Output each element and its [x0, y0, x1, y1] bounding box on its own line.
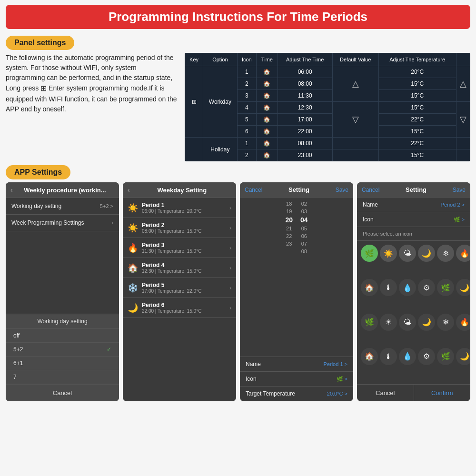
adjust-time-hol [332, 138, 378, 149]
col-icon: Icon [237, 53, 256, 66]
icon-field-row[interactable]: Icon 🌿 > [240, 372, 353, 387]
icon-cell[interactable]: 🌤 [399, 314, 416, 331]
row-default: 22°C [378, 138, 456, 149]
wd-option-5plus2[interactable]: 5+2 ✓ [6, 343, 119, 357]
adjust-temp-down: ▽ [456, 102, 470, 138]
name-value: Period 2 > [441, 202, 465, 208]
panel1-bottom: Working day setting off 5+2 ✓ 6+1 7 Canc… [6, 314, 119, 401]
week-prog-label: Week Programming Settings [11, 219, 84, 226]
period3-name: Period 3 [142, 242, 226, 248]
target-temp-field-row[interactable]: Target Temperature 20.0°C > [240, 387, 353, 401]
icon-label: Icon [363, 216, 374, 223]
period-1-item[interactable]: ☀️ Period 1 06:00 | Temperature: 20.0°C … [123, 198, 236, 218]
icon-cell-active[interactable]: 🌿 [361, 245, 378, 262]
adjust-time-down: ▽ [332, 102, 378, 138]
icon-cell[interactable]: 🌙 [456, 348, 470, 365]
icon-cell[interactable]: 🏠 [361, 279, 378, 296]
save-action[interactable]: Save [336, 187, 348, 193]
adjust-temp-hol [456, 138, 470, 149]
period4-info: Period 4 12:30 | Temperature: 15.0°C [142, 262, 226, 274]
week-programming-item[interactable]: Week Programming Settings › [6, 215, 119, 231]
icon-cell[interactable]: 🌿 [361, 314, 378, 331]
col-key: Key [185, 53, 203, 66]
row-num: 5 [237, 114, 256, 126]
row-icon: 🏠 [257, 102, 278, 114]
icon-cell[interactable]: 🌡 [380, 279, 397, 296]
icon-cell[interactable]: 🌙 [456, 279, 470, 296]
adjust-time-up: △ [332, 66, 378, 102]
icon-cell[interactable]: 💧 [399, 348, 416, 365]
icon-cell[interactable]: ⚙ [418, 279, 435, 296]
period3-icon: 🔥 [128, 243, 138, 253]
icon-cell[interactable]: 🌤 [399, 245, 416, 262]
wd-7-label: 7 [13, 374, 17, 380]
row-default: 20°C [378, 66, 456, 78]
grid-icon: ⊞ [40, 83, 47, 94]
working-day-setting-item[interactable]: Working day setting 5+2 > [6, 198, 119, 215]
icon-cell[interactable]: 🔥 [456, 245, 470, 262]
wd-5plus2-label: 5+2 [13, 346, 23, 353]
checkmark-icon: ✓ [107, 346, 111, 353]
icon-cell[interactable]: ☀ [380, 314, 397, 331]
period1-icon: ☀️ [128, 203, 138, 213]
panel4-name-row[interactable]: Name Period 2 > [357, 198, 470, 212]
icon-cell[interactable]: 🌿 [437, 279, 454, 296]
panel4-icon-row[interactable]: Icon 🌿 > [357, 212, 470, 227]
row-num: 3 [237, 90, 256, 102]
icon-cell[interactable]: 🏠 [361, 348, 378, 365]
time-scroll-area[interactable]: 18 19 20 21 22 23 02 03 04 05 06 07 08 [240, 198, 353, 357]
icon-cell[interactable]: ⚙ [418, 348, 435, 365]
row-num: 1 [237, 138, 256, 149]
scroll-num: 07 [301, 240, 307, 247]
confirm-button[interactable]: Confirm [414, 385, 471, 401]
scroll-col-right: 02 03 04 05 06 07 08 [297, 199, 312, 355]
scroll-num-active: 04 [300, 216, 308, 224]
wd-option-7[interactable]: 7 [6, 370, 119, 384]
scroll-num: 05 [301, 225, 307, 232]
period-6-item[interactable]: 🌙 Period 6 22:00 | Temperature: 15.0°C › [123, 298, 236, 318]
back-icon[interactable]: ‹ [128, 186, 130, 194]
row-num: 2 [237, 78, 256, 90]
period4-icon: 🏠 [128, 263, 138, 273]
back-icon[interactable]: ‹ [10, 186, 13, 194]
wd-option-off[interactable]: off [6, 329, 119, 343]
wd-option-6plus1[interactable]: 6+1 [6, 357, 119, 370]
adjust-time-hol2 [332, 149, 378, 161]
chevron-icon: › [111, 219, 113, 226]
app-settings-badge: APP Settings [6, 165, 70, 179]
period5-details: 17:00 | Temperature: 22.0°C [142, 288, 226, 294]
period-3-item[interactable]: 🔥 Period 3 11:30 | Temperature: 15.0°C › [123, 238, 236, 258]
cancel-button[interactable]: Cancel [6, 384, 119, 401]
icon-cell[interactable]: 🌿 [437, 348, 454, 365]
icon-cell[interactable]: 🌙 [418, 245, 435, 262]
row-num: 6 [237, 126, 256, 138]
icon-cell[interactable]: 🌙 [418, 314, 435, 331]
icon-cell[interactable]: 🔥 [456, 314, 470, 331]
scroll-num: 06 [301, 233, 307, 239]
period6-icon: 🌙 [128, 303, 138, 313]
cancel-action[interactable]: Cancel [245, 187, 262, 193]
chevron-icon: › [229, 285, 231, 291]
name-label: Name [246, 361, 261, 367]
col-option: Option [203, 53, 237, 66]
icon-cell[interactable]: 💧 [399, 279, 416, 296]
scroll-num: 22 [286, 233, 292, 239]
icon-cell[interactable]: 🌡 [380, 348, 397, 365]
scroll-num: 03 [301, 208, 307, 215]
key-cell: ⊞ [185, 66, 203, 138]
period-5-item[interactable]: ❄️ Period 5 17:00 | Temperature: 22.0°C … [123, 278, 236, 298]
name-field-row[interactable]: Name Period 1 > [240, 357, 353, 372]
cancel-action[interactable]: Cancel [362, 187, 379, 193]
scroll-num: 18 [286, 200, 292, 207]
period6-details: 22:00 | Temperature: 15.0°C [142, 308, 226, 314]
icon-cell[interactable]: ❄ [437, 314, 454, 331]
period-4-item[interactable]: 🏠 Period 4 12:30 | Temperature: 15.0°C › [123, 258, 236, 278]
name-value: Period 1 > [324, 361, 347, 367]
save-action[interactable]: Save [453, 187, 466, 193]
row-icon: 🏠 [257, 138, 278, 149]
icon-cell[interactable]: ☀️ [380, 245, 397, 262]
table-row: ⊞ Workday 1 🏠 06:00 △ 20°C △ [185, 66, 470, 78]
period-2-item[interactable]: ☀️ Period 2 08:00 | Temperature: 15.0°C … [123, 218, 236, 238]
icon-cell[interactable]: ❄ [437, 245, 454, 262]
cancel-button[interactable]: Cancel [357, 385, 414, 401]
